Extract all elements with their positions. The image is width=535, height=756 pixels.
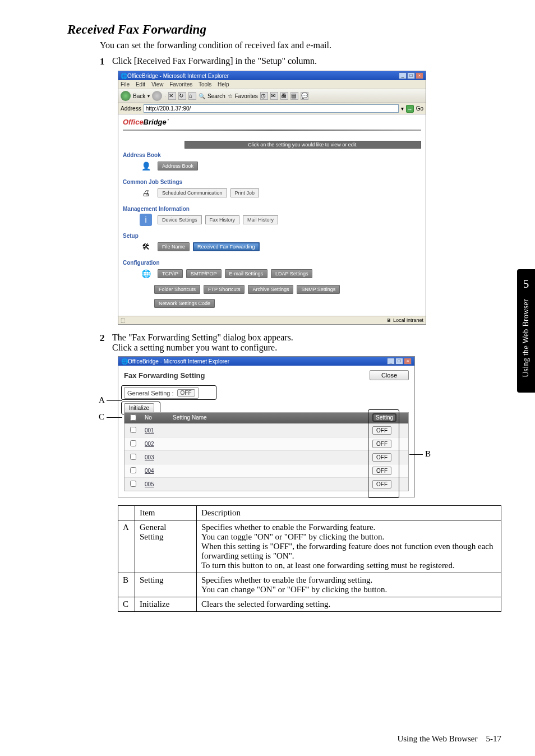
table-row: 002 OFF [124,437,408,450]
menu-tools[interactable]: Tools [199,81,211,87]
network-settings-code-button[interactable]: Network Settings Code [154,299,215,308]
row-checkbox[interactable] [130,454,136,460]
device-settings-button[interactable]: Device Settings [158,215,202,224]
dialog-title: Fax Forwarding Setting [124,371,205,380]
general-setting-toggle[interactable]: OFF [177,389,195,397]
row-no-link[interactable]: 005 [141,478,169,490]
footer-label: Using the Web Browser [397,734,477,743]
section-configuration: Configuration [123,260,421,266]
table-desc-a: Specifies whether to enable the Forwardi… [197,520,501,573]
officebridge-logo: OfficeBridge˙ [123,118,421,126]
ldap-settings-button[interactable]: LDAP Settings [271,269,312,278]
menu-favorites[interactable]: Favorites [169,81,192,87]
ftp-shortcuts-button[interactable]: FTP Shortcuts [204,285,245,294]
table-header-item: Item [135,506,197,520]
row-setting-toggle[interactable]: OFF [372,480,391,488]
screenshot-dialog: 🌐 OfficeBridge - Microsoft Internet Expl… [118,356,415,497]
back-icon[interactable] [121,91,131,101]
row-checkbox[interactable] [130,467,136,473]
chapter-tab: 5 Using the Web Browser [517,269,535,393]
row-no-link[interactable]: 001 [141,425,169,436]
mail-icon[interactable]: ✉ [270,92,278,100]
row-no-link[interactable]: 004 [141,465,169,477]
window-title: OfficeBridge - Microsoft Internet Explor… [127,73,399,79]
discuss-icon[interactable]: 💬 [301,92,308,100]
callout-label-a: A [99,395,105,405]
menu-file[interactable]: File [121,81,130,87]
row-setting-toggle[interactable]: OFF [372,440,391,448]
dialog-close-x-button[interactable]: × [404,358,412,365]
row-checkbox[interactable] [130,481,136,487]
row-setting-toggle[interactable]: OFF [372,467,391,475]
footer-page-number: 5-17 [486,734,502,743]
received-fax-forwarding-button[interactable]: Received Fax Forwarding [193,242,260,251]
row-checkbox[interactable] [130,440,136,446]
menu-edit[interactable]: Edit [136,81,145,87]
minimize-button[interactable]: _ [399,72,407,79]
col-checkbox[interactable] [124,413,141,423]
menu-view[interactable]: View [151,81,164,87]
col-setting: Setting [372,413,396,422]
search-icon[interactable]: 🔍 [199,93,205,99]
history-icon[interactable]: ◷ [260,92,268,100]
row-setting-toggle[interactable]: OFF [372,453,391,462]
chapter-number: 5 [523,277,529,291]
callout-label-c: C [99,412,104,422]
stop-icon[interactable]: ✕ [168,92,176,100]
page-footer: Using the Web Browser 5-17 [397,734,501,744]
file-name-button[interactable]: File Name [158,242,190,251]
edit-icon[interactable]: ▤ [290,92,298,100]
dialog-minimize-button[interactable]: _ [387,358,395,365]
status-zone: Local intranet [393,317,423,323]
table-key-a: A [118,520,135,573]
tcpip-button[interactable]: TCP/IP [158,269,183,278]
row-no-link[interactable]: 002 [141,438,169,450]
row-checkbox[interactable] [130,427,136,433]
mail-history-button[interactable]: Mail History [243,215,278,224]
dialog-ie-icon: 🌐 [121,358,128,365]
print-icon[interactable]: 🖶 [280,92,288,100]
smtppop-button[interactable]: SMTP/POP [186,269,222,278]
description-table: Item Description A General Setting Speci… [118,505,501,612]
address-input[interactable] [144,104,399,113]
table-row: 005 OFF [124,477,408,491]
addressbook-icon: 👤 [140,160,152,172]
refresh-icon[interactable]: ↻ [178,92,186,100]
row-setting-toggle[interactable]: OFF [372,426,391,435]
snmp-settings-button[interactable]: SNMP Settings [297,285,340,294]
scheduled-comm-button[interactable]: Scheduled Communication [158,188,227,197]
menu-help[interactable]: Help [218,81,229,87]
forward-icon[interactable] [152,91,162,101]
table-row: 001 OFF [124,423,408,437]
section-title: Received Fax Forwarding [67,22,501,37]
print-job-button[interactable]: Print Job [230,188,260,197]
instruction-banner: Click on the setting you would like to v… [185,141,421,149]
menu-bar: File Edit View Favorites Tools Help [118,80,426,89]
email-settings-button[interactable]: E-mail Settings [225,269,268,278]
general-setting-label: General Setting : [127,390,174,397]
search-label[interactable]: Search [207,93,225,99]
zone-icon: 🖥 [386,317,391,323]
info-icon: i [140,214,152,226]
initialize-button[interactable]: Initialize [124,403,154,413]
dialog-close-button[interactable]: Close [370,370,409,380]
home-icon[interactable]: ⌂ [188,92,196,100]
go-button[interactable]: → [406,105,414,113]
table-key-c: C [118,597,135,612]
close-button[interactable]: × [416,72,423,79]
dialog-maximize-button[interactable]: □ [395,358,403,365]
fax-history-button[interactable]: Fax History [205,215,240,224]
table-item-b: Setting [135,573,197,597]
favorites-label[interactable]: Favorites [235,93,258,99]
row-no-link[interactable]: 003 [141,451,169,463]
archive-settings-button[interactable]: Archive Settings [248,285,293,294]
folder-shortcuts-button[interactable]: Folder Shortcuts [154,285,200,294]
address-book-button[interactable]: Address Book [158,162,198,170]
maximize-button[interactable]: □ [407,72,415,79]
step-text-2a: The "Fax Forwarding Setting" dialog box … [112,333,501,343]
back-label[interactable]: Back [133,93,145,99]
favorites-icon[interactable]: ☆ [228,93,233,99]
table-row: 003 OFF [124,450,408,464]
config-icon: 🌐 [140,268,152,280]
go-label[interactable]: Go [416,105,423,112]
